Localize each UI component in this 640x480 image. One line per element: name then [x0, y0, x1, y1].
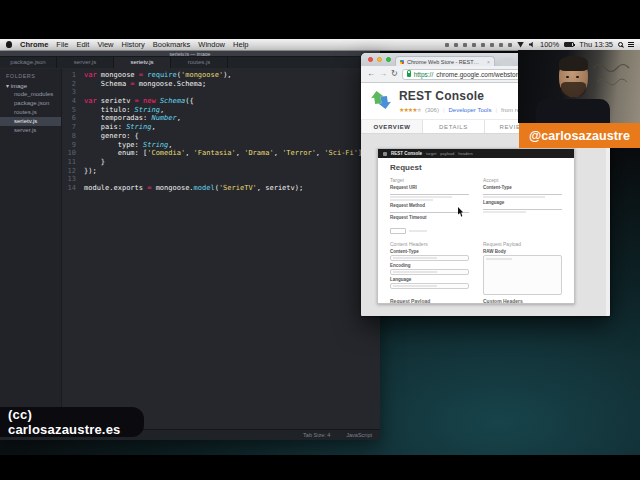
sidebar-file-routes.js[interactable]: routes.js	[0, 108, 61, 117]
menubar-item-edit[interactable]: Edit	[76, 40, 89, 49]
status-icon[interactable]	[499, 43, 503, 47]
menubar-item-chrome[interactable]: Chrome	[20, 40, 48, 49]
video-frame: ChromeFileEditViewHistoryBookmarksWindow…	[0, 0, 640, 480]
rating-count: (306)	[425, 107, 439, 113]
menubar-menus: ChromeFileEditViewHistoryBookmarksWindow…	[20, 40, 248, 49]
section-payload-params: Request Payload	[390, 298, 469, 304]
forward-button[interactable]: →	[379, 70, 387, 78]
screenshot-region: REST Console targetpayloadheaders Reques…	[361, 134, 610, 316]
volume-icon[interactable]	[529, 42, 535, 48]
sidebar-file-serietv.js[interactable]: serietv.js	[0, 117, 61, 126]
sidebar-file-server.js[interactable]: server.js	[0, 126, 61, 135]
section-accept: Accept	[483, 177, 562, 183]
extension-screenshot: REST Console targetpayloadheaders Reques…	[377, 148, 575, 304]
code-line: 14module.exports = mongoose.model('Serie…	[62, 184, 380, 193]
url-text: chrome.google.com/webstore/	[436, 71, 523, 78]
notification-center-icon[interactable]	[628, 42, 634, 47]
screenshot-nav-target: target	[426, 151, 436, 156]
code-line: 5 titulo: String,	[62, 106, 380, 115]
menubar-item-bookmarks[interactable]: Bookmarks	[153, 40, 191, 49]
whiteboard-writing	[589, 56, 639, 96]
reload-button[interactable]: ↻	[391, 70, 398, 78]
status-syntax[interactable]: JavaScript	[346, 432, 372, 438]
menubar-item-window[interactable]: Window	[198, 40, 225, 49]
code-line: 6 temporadas: Number,	[62, 114, 380, 123]
tab-close-icon[interactable]: ×	[487, 59, 490, 65]
status-icon[interactable]	[463, 43, 467, 47]
category-link[interactable]: Developer Tools	[448, 107, 491, 113]
code-line: 9 type: String,	[62, 141, 380, 150]
section-content-headers: Content Headers	[390, 241, 469, 247]
language-input	[390, 283, 469, 289]
status-tab-size[interactable]: Tab Size: 4	[303, 432, 330, 438]
ssl-lock-icon[interactable]	[407, 73, 411, 77]
menubar-clock[interactable]: Thu 13:35	[579, 40, 613, 49]
menubar-status-area: 100% Thu 13:35	[445, 40, 634, 49]
minimize-window-button[interactable]	[377, 57, 382, 62]
webstore-tab-details[interactable]: DETAILS	[423, 120, 485, 133]
screenshot-app-logo	[383, 152, 387, 156]
person-face	[559, 57, 588, 97]
code-line: 7 pais: String,	[62, 123, 380, 132]
battery-icon[interactable]	[564, 42, 574, 47]
timeout-spinner	[390, 228, 406, 234]
editor-tab-serietv.js[interactable]: serietv.js	[114, 57, 171, 68]
editor-tab-routes.js[interactable]: routes.js	[171, 57, 228, 68]
request-uri-input	[390, 190, 469, 195]
webstore-tab-overview[interactable]: OVERVIEW	[361, 120, 423, 133]
editor-tab-server.js[interactable]: server.js	[57, 57, 114, 68]
license-badge: (cc) carlosazaustre.es	[0, 407, 144, 437]
star-rating: ★★★★★	[399, 106, 421, 113]
screenshot-app-brand: REST Console	[391, 151, 422, 156]
menubar-item-history[interactable]: History	[122, 40, 145, 49]
status-icon[interactable]	[472, 43, 476, 47]
zoom-window-button[interactable]	[386, 57, 391, 62]
rest-console-icon	[371, 90, 391, 110]
url-scheme: https://	[414, 71, 434, 78]
content-type-input	[390, 255, 469, 261]
editor-window: serietv.js — image package.jsonserver.js…	[0, 51, 380, 440]
status-icon[interactable]	[508, 43, 512, 47]
sidebar-file-node_modules[interactable]: node_modules	[0, 90, 61, 99]
code-line: 10 enum: ['Comedia', 'Fantasia', 'Drama'…	[62, 149, 380, 158]
sidebar-folder-image[interactable]: ▾ image	[0, 81, 61, 90]
desktop: ChromeFileEditViewHistoryBookmarksWindow…	[0, 39, 640, 455]
spotlight-icon[interactable]	[618, 42, 623, 47]
status-icon[interactable]	[454, 43, 458, 47]
apple-menu-icon[interactable]	[6, 41, 12, 48]
code-line: 13	[62, 175, 380, 184]
code-line: 2 Schema = mongoose.Schema;	[62, 80, 380, 89]
browser-tab[interactable]: Chrome Web Store - REST… ×	[395, 56, 495, 66]
accept-language-input	[483, 205, 562, 210]
webcam-overlay	[518, 50, 640, 123]
menubar-item-file[interactable]: File	[56, 40, 68, 49]
back-button[interactable]: ←	[367, 70, 375, 78]
menubar-item-view[interactable]: View	[97, 40, 113, 49]
raw-body-textarea	[483, 255, 562, 295]
editor-tab-package.json[interactable]: package.json	[0, 57, 57, 68]
person-beard	[561, 82, 586, 97]
code-editor-area[interactable]: 1var mongoose = require('mongoose'),2 Sc…	[62, 69, 380, 429]
wifi-icon[interactable]	[517, 42, 524, 48]
sidebar-header: FOLDERS	[0, 72, 61, 81]
close-window-button[interactable]	[368, 57, 373, 62]
webstore-favicon	[400, 60, 404, 64]
screenshot-heading: Request	[390, 163, 562, 172]
status-icon[interactable]	[481, 43, 485, 47]
encoding-input	[390, 269, 469, 275]
code-line: 11 }	[62, 158, 380, 167]
status-icon[interactable]	[490, 43, 494, 47]
editor-tab-bar: package.jsonserver.jsserietv.jsroutes.js	[0, 57, 380, 68]
browser-tab-title: Chrome Web Store - REST…	[407, 59, 479, 65]
code-line: 8 genero: {	[62, 132, 380, 141]
screenshot-nav-payload: payload	[440, 151, 454, 156]
new-tab-button[interactable]	[500, 58, 515, 66]
handle-banner: @carlosazaustre	[519, 123, 640, 148]
sidebar-file-package.json[interactable]: package.json	[0, 99, 61, 108]
menubar-item-help[interactable]: Help	[233, 40, 248, 49]
status-icon[interactable]	[445, 43, 449, 47]
sidebar-file-list: node_modulespackage.jsonroutes.jsserietv…	[0, 90, 61, 135]
screenshot-nav-headers: headers	[458, 151, 472, 156]
request-method-input	[390, 208, 469, 213]
code-line: 3	[62, 88, 380, 97]
